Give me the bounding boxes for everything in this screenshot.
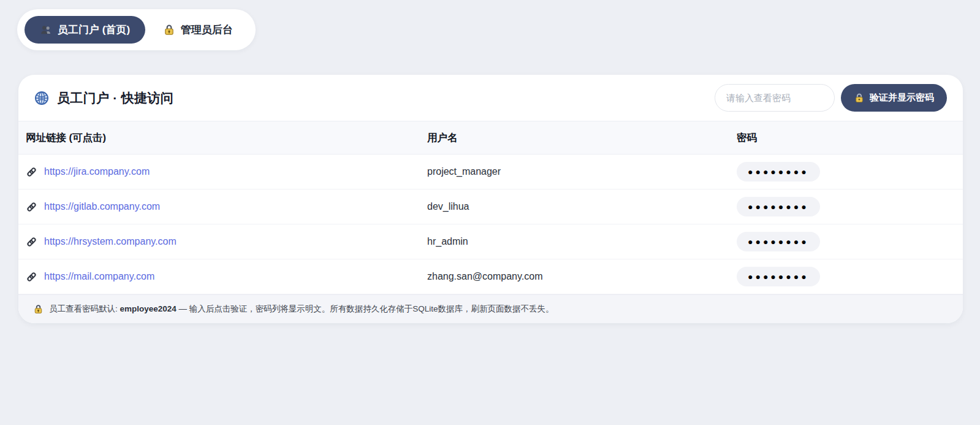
username-cell: project_manager [420,166,729,177]
footer-note: 员工查看密码默认: employee2024 — 输入后点击验证，密码列将显示明… [18,294,963,323]
column-header-password: 密码 [729,131,963,145]
masked-password: ●●●●●●●● [737,197,820,216]
site-link-mail[interactable]: https://mail.company.com [44,271,154,282]
column-header-username: 用户名 [420,131,729,145]
password-controls: 验证并显示密码 [715,84,947,112]
link-icon [26,201,37,213]
table-row: https://mail.company.com zhang.san@compa… [18,259,963,294]
footer-note-suffix: — 输入后点击验证，密码列将显示明文。所有数据持久化存储于SQLite数据库，刷… [177,304,554,313]
globe-icon [34,91,49,105]
tab-admin-backend-label: 管理员后台 [181,23,233,37]
table-row: https://hrsystem.company.com hr_admin ●●… [18,224,963,259]
view-password-input[interactable] [715,84,835,112]
column-header-url: 网址链接 (可点击) [18,131,420,145]
masked-password: ●●●●●●●● [737,232,820,251]
portal-card: 员工门户 · 快捷访问 验证并显示密码 网址链接 (可点击) 用户名 密码 ht… [18,75,963,323]
lock-icon [854,93,865,104]
password-cell: ●●●●●●●● [729,232,963,251]
table-header-row: 网址链接 (可点击) 用户名 密码 [18,121,963,155]
password-cell: ●●●●●●●● [729,267,963,286]
lock-with-key-icon [33,304,44,315]
footer-note-prefix: 员工查看密码默认: [49,304,120,313]
tab-employee-portal[interactable]: 员工门户 (首页) [25,16,145,44]
masked-password: ●●●●●●●● [737,267,820,286]
url-cell: https://gitlab.company.com [18,201,420,213]
url-cell: https://mail.company.com [18,271,420,283]
site-link-gitlab[interactable]: https://gitlab.company.com [44,201,160,212]
link-icon [26,166,37,178]
url-cell: https://jira.company.com [18,166,420,178]
password-cell: ●●●●●●●● [729,197,963,216]
footer-note-text: 员工查看密码默认: employee2024 — 输入后点击验证，密码列将显示明… [49,304,554,315]
page-background: 员工门户 (首页) 管理员后台 员工门户 · 快捷访问 验证并显示密码 网址链接… [0,0,980,323]
username-cell: zhang.san@company.com [420,271,729,282]
table-row: https://gitlab.company.com dev_lihua ●●●… [18,190,963,224]
site-link-hrsystem[interactable]: https://hrsystem.company.com [44,236,177,247]
tab-employee-portal-label: 员工门户 (首页) [58,23,130,37]
page-title: 员工门户 · 快捷访问 [57,90,173,107]
password-cell: ●●●●●●●● [729,162,963,182]
title-area: 员工门户 · 快捷访问 [34,90,173,107]
masked-password: ●●●●●●●● [737,162,820,182]
tab-bar: 员工门户 (首页) 管理员后台 [17,9,256,50]
link-icon [26,271,37,283]
tab-admin-backend[interactable]: 管理员后台 [148,16,248,44]
site-link-jira[interactable]: https://jira.company.com [44,166,150,177]
link-icon [26,236,37,248]
username-cell: hr_admin [420,236,729,247]
username-cell: dev_lihua [420,201,729,212]
url-cell: https://hrsystem.company.com [18,236,420,248]
default-password-code: employee2024 [120,304,177,313]
verify-button-label: 验证并显示密码 [870,92,934,104]
table-row: https://jira.company.com project_manager… [18,155,963,190]
users-icon [40,24,52,36]
verify-show-password-button[interactable]: 验证并显示密码 [841,84,947,112]
lock-with-key-icon [163,24,175,36]
card-header: 员工门户 · 快捷访问 验证并显示密码 [18,75,963,121]
